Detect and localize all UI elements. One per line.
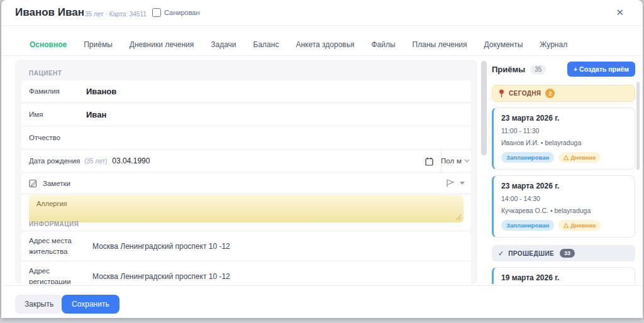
appointments-count-badge: 35 [530,65,546,74]
gender-label: Пол [441,157,454,165]
firstname-label: Имя [29,111,86,118]
section-title-patient: ПАЦИЕНТ [29,70,62,77]
note-icon [29,179,38,188]
tab-priemy[interactable]: Приёмы [84,40,113,49]
appointment-date: 23 марта 2026 г. [501,182,627,190]
warning-icon [564,155,569,160]
middlename-label: Отчество [29,134,86,141]
appointment-person: Иванов И.И. • belayraduga [501,139,627,146]
past-section-header[interactable]: ✓ ПРОШЕДШИЕ 33 [492,245,635,261]
registration-address-value[interactable]: Москва Ленинградский проспект 10 -12 [92,272,230,281]
tab-osnovnoe[interactable]: Основное [30,40,67,49]
tab-bar: Основное Приёмы Дневники лечения Задачи … [30,34,636,55]
appointment-person: Кучкарева О.С. • belayraduga [501,207,627,214]
modal-header: Иванов Иван 35 лет · Карта: 34511 Саниро… [1,0,643,26]
tab-dnevniki[interactable]: Дневники лечения [130,40,194,49]
firstname-value[interactable]: Иван [86,110,106,119]
appointment-date: 23 марта 2026 г. [501,114,627,123]
section-title-info: ИНФОРМАЦИЯ [29,221,79,227]
check-icon: ✓ [498,249,504,258]
appointment-date: 19 марта 2026 г. [501,273,627,282]
age-hint: (35 лет) [84,158,107,165]
tabs-divider [1,55,643,56]
today-label: СЕГОДНЯ [509,90,541,97]
flag-icon[interactable] [446,179,455,187]
birthdate-label: Дата рождения [29,157,80,165]
gender-value: м [457,157,462,165]
field-firstname[interactable]: Имя Иван [21,104,471,127]
patient-form-panel: ПАЦИЕНТ Фамилия Иванов Имя Иван Отчество… [15,60,477,284]
lastname-label: Фамилия [29,87,86,95]
close-button[interactable]: Закрыть [15,295,63,314]
past-label: ПРОШЕДШИЕ [508,250,554,257]
sanitized-checkbox-row[interactable]: Санирован [152,8,200,17]
pin-icon [499,89,504,98]
appointment-card[interactable]: 19 марта 2026 г. 11:00 - 12:30 Иванов И.… [492,267,635,284]
today-count-badge: 2 [545,89,555,98]
tab-faily[interactable]: Файлы [371,40,395,49]
chevron-down-icon [464,159,470,163]
registration-address-label: Адрес регистрации [29,266,92,284]
appointments-title: Приёмы [492,65,525,74]
residence-address-label: Адрес места жительства [29,236,92,256]
field-lastname[interactable]: Фамилия Иванов [21,80,471,104]
tab-zadachi[interactable]: Задачи [211,40,236,49]
appointments-header: Приёмы 35 + Создать приём [492,60,635,79]
status-badge: Запланирован [501,220,554,231]
lastname-value[interactable]: Иванов [86,87,116,96]
create-appointment-button[interactable]: + Создать приём [567,62,635,77]
field-residence-address[interactable]: Адрес места жительства Москва Ленинградс… [21,232,471,262]
tab-balans[interactable]: Баланс [253,40,279,49]
status-badge: Запланирован [501,152,554,163]
caret-down-icon[interactable] [460,182,465,185]
field-birthdate[interactable]: Дата рождения (35 лет) 03.04.1990 Пол м [21,150,471,173]
close-icon[interactable]: ✕ [616,7,624,18]
field-registration-address[interactable]: Адрес регистрации Москва Ленинградский п… [21,262,471,284]
sanitized-label: Санирован [164,9,200,16]
past-count-badge: 33 [560,249,575,258]
diary-badge[interactable]: Дневник [558,220,601,231]
patient-card: Фамилия Иванов Имя Иван Отчество Дата ро… [21,80,471,230]
appointment-card[interactable]: 23 марта 2026 г. 14:00 - 14:30 Кучкарева… [492,175,635,238]
appointments-sidebar: Приёмы 35 + Создать приём СЕГОДНЯ 2 23 м… [492,60,635,284]
tab-dokumenty[interactable]: Документы [484,40,523,49]
today-section-header[interactable]: СЕГОДНЯ 2 [492,85,635,102]
notes-area-wrap: Аллергия [21,195,471,230]
sanitized-checkbox[interactable] [152,8,161,17]
gender-select[interactable]: Пол м [441,157,470,165]
appointment-time: 14:00 - 14:30 [501,195,627,202]
appointment-time: 11:00 - 11:30 [501,127,627,134]
tab-zhurnal[interactable]: Журнал [540,40,567,49]
notes-header-row[interactable]: Заметки [21,173,471,195]
diary-badge[interactable]: Дневник [558,152,601,163]
form-scrollbar[interactable] [481,61,487,155]
info-card: Адрес места жительства Москва Ленинградс… [21,232,471,284]
modal-footer: Закрыть Сохранить [1,285,643,318]
warning-icon [564,223,569,228]
tab-anketa[interactable]: Анкета здоровья [296,40,354,49]
tab-plany[interactable]: Планы лечения [413,40,467,49]
notes-label: Заметки [43,180,70,187]
notes-textarea[interactable]: Аллергия [29,195,464,222]
appointment-card[interactable]: 23 марта 2026 г. 11:00 - 11:30 Иванов И.… [492,107,635,170]
calendar-icon[interactable] [425,157,433,166]
birthdate-value[interactable]: 03.04.1990 [112,156,150,165]
page-title: Иванов Иван [15,6,84,19]
residence-address-value[interactable]: Москва Ленинградский проспект 10 -12 [92,242,230,251]
patient-meta: 35 лет · Карта: 34511 [85,11,147,18]
patient-modal: Иванов Иван 35 лет · Карта: 34511 Саниро… [1,0,643,318]
field-middlename[interactable]: Отчество [21,127,471,150]
sidebar-scrollbar[interactable] [636,82,640,170]
save-button[interactable]: Сохранить [62,295,119,314]
